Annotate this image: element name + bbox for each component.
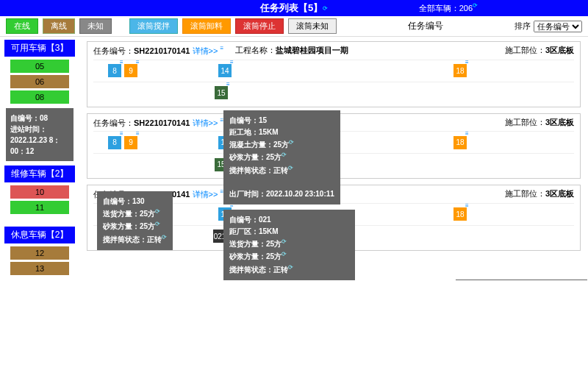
track-row: 8≡9≡14≡18≡ (93, 60, 574, 82)
vehicle-chip[interactable]: 9 (124, 136, 137, 149)
vehicle-chip[interactable]: 15 (215, 86, 228, 99)
rest-item[interactable]: 12 (10, 246, 69, 260)
track-row: 15≡ (93, 82, 574, 104)
tooltip: 自编号：021送货方量：25方⟳砂浆方量：25方⟳搅拌筒状态：正转⟳ 到达时间：… (456, 280, 587, 280)
task-part: 施工部位：3区底板 (505, 117, 574, 129)
page-title: 任务列表【5】 (260, 1, 323, 15)
vehicle-count: 全部车辆：206⟳ (419, 2, 478, 14)
detail-link[interactable]: 详情>> (193, 46, 218, 55)
detail-link[interactable]: 详情>> (193, 118, 218, 127)
vehicle-chip[interactable]: 9 (124, 64, 137, 77)
status-unknown[interactable]: 未知 (79, 18, 112, 34)
avail-header: 可用车辆【3】 (4, 40, 75, 57)
task-part: 施工部位：3区底板 (505, 188, 574, 200)
task-card: 任务编号：SH2210170141 详情>> ≡ 工程名称：盐城碧桂园项目一期 … (87, 41, 581, 107)
detail-link[interactable]: 详情>> (193, 190, 218, 199)
tooltip: 自编号：15距工地：15KM混凝土方量：25方⟳砂浆方量：25方⟳搅拌筒状态：正… (223, 110, 340, 204)
header: 任务列表【5】⟳ 全部车辆：206⟳ (0, 0, 588, 16)
task-project: 工程名称：盐城碧桂园项目一期 (235, 45, 348, 57)
vehicle-chip[interactable]: 18 (453, 136, 467, 149)
vehicle-chip[interactable]: 8 (108, 136, 121, 149)
repair-header: 维修车辆【2】 (4, 166, 75, 182)
sidebar: 可用车辆【3】 05 06 08 自编号：08 进站时间： 2022.12.23… (0, 37, 79, 280)
task-no: 任务编号：SH2210170141 详情>> ≡ (93, 117, 223, 129)
tooltip: 自编号：130送货方量：25方⟳砂浆方量：25方⟳搅拌筒状态：正转⟳ (97, 191, 173, 250)
sort-select[interactable]: 任务编号 (534, 21, 582, 32)
task-part: 施工部位：3区底板 (505, 45, 574, 57)
status-online[interactable]: 在线 (6, 18, 38, 34)
drum-stop[interactable]: 滚筒停止 (235, 18, 284, 34)
toolbar: 在线 离线 未知 滚筒搅拌 滚筒卸料 滚筒停止 滚筒未知 任务编号 排序 任务编… (0, 16, 588, 37)
rest-item[interactable]: 13 (10, 262, 69, 275)
vehicle-info: 自编号：08 进站时间： 2022.12.23 8：00：12 (6, 108, 74, 161)
repair-item[interactable]: 11 (10, 201, 69, 214)
sort-label: 排序 (514, 21, 531, 32)
drum-unload[interactable]: 滚筒卸料 (182, 18, 231, 34)
toolbar-center-label: 任务编号 (341, 20, 510, 32)
vehicle-chip[interactable]: 18 (453, 207, 467, 221)
rest-header: 休息车辆【2】 (4, 227, 75, 243)
tooltip: 自编号：021距厂区：15KM送货方量：25方⟳砂浆方量：25方⟳搅拌筒状态：正… (223, 210, 355, 280)
refresh-icon[interactable]: ⟳ (323, 5, 328, 12)
vehicle-chip[interactable]: 14 (218, 64, 232, 77)
vehicle-chip[interactable]: 8 (108, 64, 121, 77)
vehicle-chip[interactable]: 18 (453, 64, 467, 77)
task-no: 任务编号：SH2210170141 详情>> ≡ (93, 45, 223, 57)
avail-item[interactable]: 05 (10, 60, 69, 73)
drum-unknown[interactable]: 滚筒未知 (288, 18, 337, 34)
repair-item[interactable]: 10 (10, 185, 69, 199)
drum-mix[interactable]: 滚筒搅拌 (129, 18, 178, 34)
avail-item[interactable]: 08 (10, 90, 69, 104)
avail-item[interactable]: 06 (10, 75, 69, 88)
content: 任务编号：SH2210170141 详情>> ≡ 工程名称：盐城碧桂园项目一期 … (79, 37, 588, 280)
status-offline[interactable]: 离线 (43, 18, 75, 34)
